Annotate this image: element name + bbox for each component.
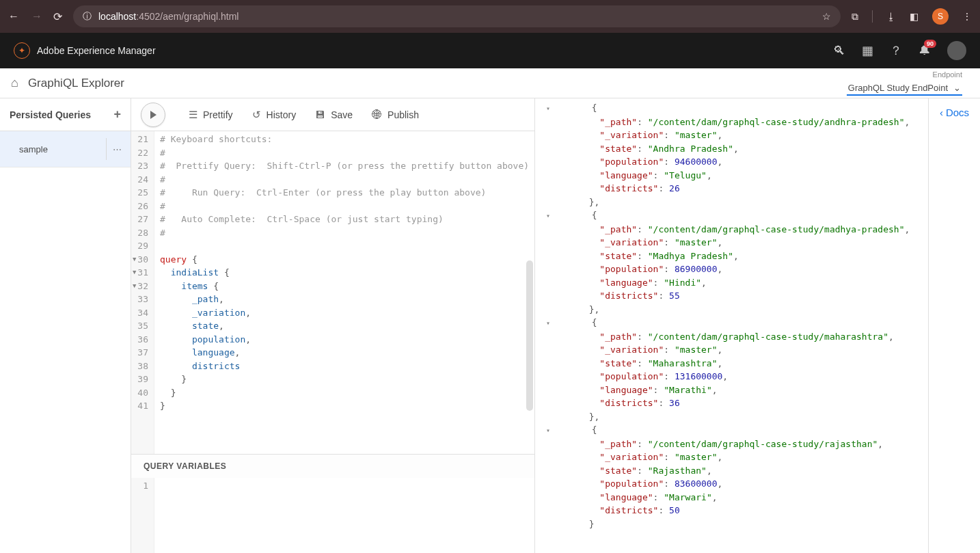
sidebar-title: Persisted Queries: [10, 109, 91, 120]
save-icon: 💾︎: [315, 109, 325, 120]
docs-bar: ‹ Docs: [928, 98, 980, 553]
profile-avatar[interactable]: S: [932, 8, 949, 25]
notification-badge: 90: [924, 40, 936, 48]
query-variables-header[interactable]: QUERY VARIABLES: [131, 454, 534, 478]
save-button[interactable]: 💾︎Save: [308, 105, 359, 124]
brand-label: Adobe Experience Manager: [37, 45, 156, 56]
reload-icon[interactable]: ⟳: [53, 10, 62, 23]
persisted-query-item[interactable]: sample ⋯: [0, 131, 131, 167]
endpoint-value: GraphQL Study EndPoint: [848, 83, 948, 93]
sidebar-header: Persisted Queries +: [0, 98, 131, 131]
prettify-button[interactable]: ☰Prettify: [182, 105, 240, 125]
endpoint-selector[interactable]: Endpoint GraphQL Study EndPoint⌄: [847, 70, 969, 96]
bookmark-star-icon[interactable]: ☆: [822, 11, 831, 22]
chevron-down-icon: ⌄: [953, 83, 961, 93]
persisted-query-label: sample: [19, 144, 48, 154]
browser-chrome: ← → ⟳ ⓘ localhost:4502/aem/graphiql.html…: [0, 0, 980, 33]
vars-code[interactable]: [154, 478, 534, 553]
scrollbar[interactable]: [526, 260, 533, 411]
editor-toolbar: ☰Prettify ↺History 💾︎Save 🌐︎Publish: [131, 98, 534, 131]
aem-header-actions: 🔍︎ ▦ ？ 🔔︎90: [833, 41, 966, 60]
query-editor[interactable]: 21 22 23 24 25 26 27 28 29 ▼30 ▼31 ▼32 3…: [131, 131, 534, 454]
url-text: localhost:4502/aem/graphiql.html: [98, 11, 815, 22]
aem-header: ✦ Adobe Experience Manager 🔍︎ ▦ ？ 🔔︎90: [0, 33, 980, 68]
publish-button[interactable]: 🌐︎Publish: [365, 105, 426, 124]
page-header: ⌂ GraphiQL Explorer Endpoint GraphQL Stu…: [0, 68, 980, 98]
chevron-left-icon: ‹: [940, 107, 943, 118]
code-area[interactable]: # Keyboard shortcuts: # # Prettify Query…: [154, 131, 534, 454]
forward-icon[interactable]: →: [31, 10, 42, 23]
apps-grid-icon[interactable]: ▦: [862, 43, 873, 58]
publish-icon: 🌐︎: [372, 109, 382, 120]
home-icon[interactable]: ⌂: [11, 76, 18, 90]
vars-gutter: 1: [131, 478, 154, 553]
divider: [872, 10, 873, 23]
notifications-icon[interactable]: 🔔︎90: [918, 44, 931, 58]
endpoint-label: Endpoint: [933, 70, 962, 79]
help-icon[interactable]: ？: [890, 42, 902, 59]
side-panel-icon[interactable]: ◧: [910, 11, 918, 22]
back-icon[interactable]: ←: [8, 10, 19, 23]
site-info-icon[interactable]: ⓘ: [83, 10, 92, 23]
run-button[interactable]: [141, 103, 165, 127]
browser-actions: ⧉ ⭳ ◧ S ⋮: [852, 8, 972, 25]
history-icon: ↺: [252, 109, 261, 121]
user-avatar[interactable]: [947, 41, 966, 60]
add-query-icon[interactable]: +: [113, 107, 121, 122]
aem-logo-icon: ✦: [14, 42, 30, 59]
aem-brand[interactable]: ✦ Adobe Experience Manager: [14, 42, 156, 59]
more-actions-icon[interactable]: ⋯: [106, 138, 128, 160]
nav-arrows: ← →: [8, 10, 42, 23]
page-title: GraphiQL Explorer: [28, 77, 124, 90]
history-button[interactable]: ↺History: [245, 105, 303, 125]
downloads-icon[interactable]: ⭳: [886, 11, 896, 22]
sidebar: Persisted Queries + sample ⋯: [0, 98, 131, 553]
play-icon: [148, 110, 158, 120]
docs-toggle[interactable]: ‹ Docs: [940, 107, 969, 118]
main: Persisted Queries + sample ⋯ ☰Prettify ↺…: [0, 98, 980, 553]
url-bar[interactable]: ⓘ localhost:4502/aem/graphiql.html ☆: [73, 5, 841, 27]
prettify-icon: ☰: [189, 109, 198, 121]
kebab-menu-icon[interactable]: ⋮: [962, 11, 972, 22]
extensions-icon[interactable]: ⧉: [852, 11, 858, 23]
result-panel[interactable]: ▾ { "_path": "/content/dam/graphql-case-…: [535, 98, 928, 553]
editor-panel: ☰Prettify ↺History 💾︎Save 🌐︎Publish 21 2…: [131, 98, 535, 553]
query-variables-editor[interactable]: 1: [131, 478, 534, 553]
search-icon[interactable]: 🔍︎: [833, 44, 845, 58]
line-gutter: 21 22 23 24 25 26 27 28 29 ▼30 ▼31 ▼32 3…: [131, 131, 154, 454]
